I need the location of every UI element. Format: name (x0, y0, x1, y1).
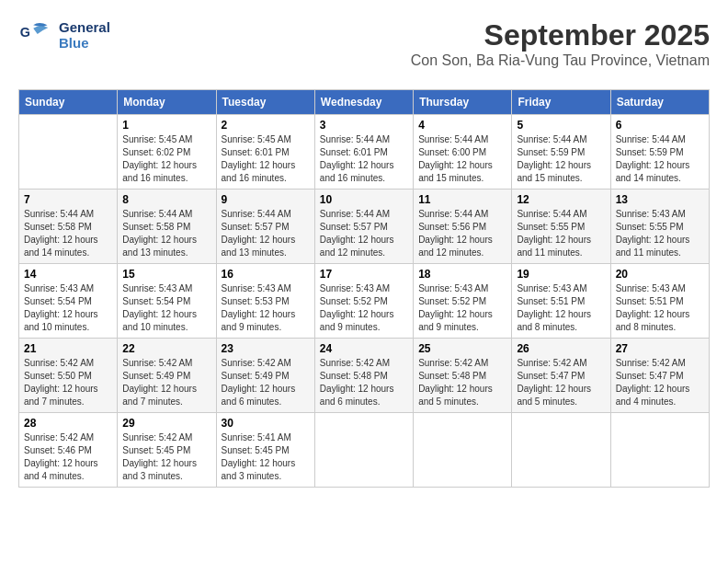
cell-content: Sunrise: 5:44 AM Sunset: 5:57 PM Dayligh… (222, 208, 310, 259)
calendar-cell: 14Sunrise: 5:43 AM Sunset: 5:54 PM Dayli… (19, 264, 118, 339)
day-number: 5 (517, 119, 605, 132)
day-number: 1 (122, 119, 210, 132)
calendar-cell: 26Sunrise: 5:42 AM Sunset: 5:47 PM Dayli… (512, 339, 610, 413)
week-row-3: 14Sunrise: 5:43 AM Sunset: 5:54 PM Dayli… (19, 264, 710, 339)
calendar-cell: 2Sunrise: 5:45 AM Sunset: 6:01 PM Daylig… (216, 115, 314, 190)
day-number: 4 (418, 119, 506, 132)
calendar-cell: 19Sunrise: 5:43 AM Sunset: 5:51 PM Dayli… (512, 264, 610, 339)
cell-content: Sunrise: 5:44 AM Sunset: 5:56 PM Dayligh… (418, 208, 506, 259)
calendar-cell: 7Sunrise: 5:44 AM Sunset: 5:58 PM Daylig… (19, 190, 118, 264)
logo-text: General Blue (59, 19, 110, 51)
cell-content: Sunrise: 5:43 AM Sunset: 5:52 PM Dayligh… (418, 282, 506, 334)
cell-content: Sunrise: 5:44 AM Sunset: 5:57 PM Dayligh… (320, 208, 408, 259)
calendar-cell (512, 413, 610, 488)
cell-content: Sunrise: 5:44 AM Sunset: 5:55 PM Dayligh… (517, 208, 605, 259)
header-friday: Friday (512, 90, 610, 115)
day-number: 9 (222, 193, 310, 206)
calendar-cell: 5Sunrise: 5:44 AM Sunset: 5:59 PM Daylig… (512, 115, 610, 190)
header-monday: Monday (118, 90, 216, 115)
cell-content: Sunrise: 5:43 AM Sunset: 5:55 PM Dayligh… (616, 208, 704, 259)
day-number: 22 (122, 342, 210, 355)
day-number: 7 (24, 193, 112, 206)
week-row-2: 7Sunrise: 5:44 AM Sunset: 5:58 PM Daylig… (19, 190, 710, 264)
calendar-cell: 17Sunrise: 5:43 AM Sunset: 5:52 PM Dayli… (314, 264, 413, 339)
cell-content: Sunrise: 5:44 AM Sunset: 5:58 PM Dayligh… (24, 208, 112, 259)
calendar-cell: 6Sunrise: 5:44 AM Sunset: 5:59 PM Daylig… (610, 115, 709, 190)
title-section: September 2025 Con Son, Ba Ria-Vung Tau … (411, 18, 710, 78)
calendar-cell: 27Sunrise: 5:42 AM Sunset: 5:47 PM Dayli… (610, 339, 709, 413)
calendar-cell: 30Sunrise: 5:41 AM Sunset: 5:45 PM Dayli… (216, 413, 314, 488)
day-number: 27 (616, 342, 704, 355)
calendar-cell: 10Sunrise: 5:44 AM Sunset: 5:57 PM Dayli… (314, 190, 413, 264)
header-sunday: Sunday (19, 90, 118, 115)
cell-content: Sunrise: 5:43 AM Sunset: 5:51 PM Dayligh… (616, 282, 704, 334)
cell-content: Sunrise: 5:44 AM Sunset: 6:00 PM Dayligh… (418, 133, 506, 185)
day-number: 6 (616, 119, 704, 132)
header-wednesday: Wednesday (314, 90, 413, 115)
day-number: 15 (122, 268, 210, 281)
calendar-title: September 2025 (411, 18, 710, 52)
calendar-cell: 29Sunrise: 5:42 AM Sunset: 5:45 PM Dayli… (118, 413, 216, 488)
cell-content: Sunrise: 5:42 AM Sunset: 5:50 PM Dayligh… (24, 357, 112, 408)
cell-content: Sunrise: 5:43 AM Sunset: 5:54 PM Dayligh… (24, 282, 112, 334)
day-number: 23 (222, 342, 310, 355)
week-row-5: 28Sunrise: 5:42 AM Sunset: 5:46 PM Dayli… (19, 413, 710, 488)
calendar-cell: 11Sunrise: 5:44 AM Sunset: 5:56 PM Dayli… (414, 190, 512, 264)
cell-content: Sunrise: 5:42 AM Sunset: 5:47 PM Dayligh… (616, 357, 704, 408)
cell-content: Sunrise: 5:42 AM Sunset: 5:47 PM Dayligh… (517, 357, 605, 408)
calendar-cell: 21Sunrise: 5:42 AM Sunset: 5:50 PM Dayli… (19, 339, 118, 413)
cell-content: Sunrise: 5:43 AM Sunset: 5:52 PM Dayligh… (320, 282, 408, 334)
day-number: 30 (222, 417, 310, 430)
calendar-cell: 15Sunrise: 5:43 AM Sunset: 5:54 PM Dayli… (118, 264, 216, 339)
svg-text:G: G (20, 25, 30, 40)
cell-content: Sunrise: 5:43 AM Sunset: 5:54 PM Dayligh… (122, 282, 210, 334)
cell-content: Sunrise: 5:42 AM Sunset: 5:48 PM Dayligh… (320, 357, 408, 408)
cell-content: Sunrise: 5:44 AM Sunset: 6:01 PM Dayligh… (320, 133, 408, 185)
day-number: 28 (24, 417, 112, 430)
day-number: 10 (320, 193, 408, 206)
day-number: 2 (222, 119, 310, 132)
day-number: 19 (517, 268, 605, 281)
calendar-cell: 28Sunrise: 5:42 AM Sunset: 5:46 PM Dayli… (19, 413, 118, 488)
header-saturday: Saturday (610, 90, 709, 115)
cell-content: Sunrise: 5:43 AM Sunset: 5:51 PM Dayligh… (517, 282, 605, 334)
calendar-cell: 16Sunrise: 5:43 AM Sunset: 5:53 PM Dayli… (216, 264, 314, 339)
calendar-cell: 24Sunrise: 5:42 AM Sunset: 5:48 PM Dayli… (314, 339, 413, 413)
calendar-table: SundayMondayTuesdayWednesdayThursdayFrid… (18, 89, 710, 488)
calendar-header-row: SundayMondayTuesdayWednesdayThursdayFrid… (19, 90, 710, 115)
calendar-cell: 3Sunrise: 5:44 AM Sunset: 6:01 PM Daylig… (314, 115, 413, 190)
day-number: 8 (122, 193, 210, 206)
week-row-4: 21Sunrise: 5:42 AM Sunset: 5:50 PM Dayli… (19, 339, 710, 413)
cell-content: Sunrise: 5:42 AM Sunset: 5:49 PM Dayligh… (222, 357, 310, 408)
cell-content: Sunrise: 5:44 AM Sunset: 5:58 PM Dayligh… (122, 208, 210, 259)
day-number: 16 (222, 268, 310, 281)
day-number: 3 (320, 119, 408, 132)
cell-content: Sunrise: 5:43 AM Sunset: 5:53 PM Dayligh… (222, 282, 310, 334)
calendar-subtitle: Con Son, Ba Ria-Vung Tau Province, Vietn… (411, 52, 710, 69)
day-number: 12 (517, 193, 605, 206)
day-number: 14 (24, 268, 112, 281)
calendar-cell (19, 115, 118, 190)
day-number: 24 (320, 342, 408, 355)
calendar-cell: 20Sunrise: 5:43 AM Sunset: 5:51 PM Dayli… (610, 264, 709, 339)
week-row-1: 1Sunrise: 5:45 AM Sunset: 6:02 PM Daylig… (19, 115, 710, 190)
day-number: 29 (122, 417, 210, 430)
calendar-cell: 25Sunrise: 5:42 AM Sunset: 5:48 PM Dayli… (414, 339, 512, 413)
calendar-cell: 1Sunrise: 5:45 AM Sunset: 6:02 PM Daylig… (118, 115, 216, 190)
day-number: 13 (616, 193, 704, 206)
day-number: 11 (418, 193, 506, 206)
cell-content: Sunrise: 5:44 AM Sunset: 5:59 PM Dayligh… (517, 133, 605, 185)
day-number: 26 (517, 342, 605, 355)
calendar-cell: 18Sunrise: 5:43 AM Sunset: 5:52 PM Dayli… (414, 264, 512, 339)
cell-content: Sunrise: 5:45 AM Sunset: 6:01 PM Dayligh… (222, 133, 310, 185)
header-thursday: Thursday (414, 90, 512, 115)
day-number: 21 (24, 342, 112, 355)
cell-content: Sunrise: 5:45 AM Sunset: 6:02 PM Dayligh… (122, 133, 210, 185)
calendar-cell: 22Sunrise: 5:42 AM Sunset: 5:49 PM Dayli… (118, 339, 216, 413)
calendar-cell (610, 413, 709, 488)
calendar-cell: 12Sunrise: 5:44 AM Sunset: 5:55 PM Dayli… (512, 190, 610, 264)
calendar-cell (414, 413, 512, 488)
cell-content: Sunrise: 5:42 AM Sunset: 5:49 PM Dayligh… (122, 357, 210, 408)
day-number: 17 (320, 268, 408, 281)
calendar-cell: 8Sunrise: 5:44 AM Sunset: 5:58 PM Daylig… (118, 190, 216, 264)
